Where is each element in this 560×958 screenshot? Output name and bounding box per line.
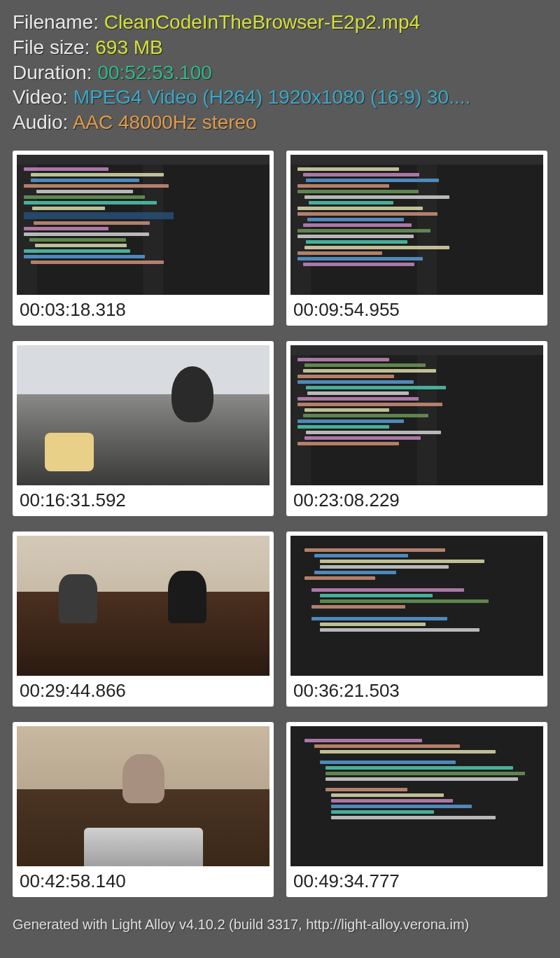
video-value: MPEG4 Video (H264) 1920x1080 (16:9) 30..…	[74, 86, 471, 108]
thumbnail-image	[290, 345, 543, 485]
thumbnail-timestamp: 00:42:58.140	[17, 866, 270, 894]
thumbnail-image	[17, 155, 270, 295]
thumbnail-timestamp: 00:36:21.503	[290, 676, 543, 704]
thumbnail-card: 00:49:34.777	[286, 722, 547, 897]
thumbnail-card: 00:29:44.866	[13, 532, 274, 707]
thumbnail-image	[17, 536, 270, 676]
audio-row: Audio: AAC 48000Hz stereo	[13, 110, 547, 135]
audio-value: AAC 48000Hz stereo	[73, 111, 257, 133]
thumbnail-card: 00:09:54.955	[286, 151, 547, 326]
filesize-value: 693 MB	[95, 36, 163, 58]
thumbnail-card: 00:36:21.503	[286, 532, 547, 707]
thumbnail-card: 00:03:18.318	[13, 151, 274, 326]
thumbnail-image	[290, 155, 543, 295]
thumbnail-card: 00:23:08.229	[286, 341, 547, 516]
thumbnail-grid: 00:03:18.318 00:09:54.955 00	[13, 151, 547, 897]
thumbnail-timestamp: 00:09:54.955	[290, 295, 543, 323]
thumbnail-card: 00:42:58.140	[13, 722, 274, 897]
thumbnail-timestamp: 00:16:31.592	[17, 485, 270, 513]
video-label: Video:	[13, 86, 74, 108]
duration-row: Duration: 00:52:53.100	[13, 60, 547, 85]
duration-value: 00:52:53.100	[97, 62, 212, 83]
filesize-label: File size:	[13, 36, 95, 58]
thumbnail-timestamp: 00:29:44.866	[17, 676, 270, 704]
filesize-row: File size: 693 MB	[13, 35, 547, 60]
duration-label: Duration:	[13, 62, 97, 83]
filename-value: CleanCodeInTheBrowser-E2p2.mp4	[104, 11, 420, 33]
video-row: Video: MPEG4 Video (H264) 1920x1080 (16:…	[13, 85, 547, 110]
thumbnail-image	[17, 726, 270, 866]
thumbnail-card: 00:16:31.592	[13, 341, 274, 516]
footer-text: Generated with Light Alloy v4.10.2 (buil…	[0, 904, 560, 933]
file-info-block: Filename: CleanCodeInTheBrowser-E2p2.mp4…	[13, 10, 547, 135]
thumbnail-image	[290, 536, 543, 676]
filename-row: Filename: CleanCodeInTheBrowser-E2p2.mp4	[13, 10, 547, 35]
thumbnail-timestamp: 00:03:18.318	[17, 295, 270, 323]
thumbnail-timestamp: 00:23:08.229	[290, 485, 543, 513]
thumbnail-image	[290, 726, 543, 866]
audio-label: Audio:	[13, 111, 73, 133]
filename-label: Filename:	[13, 11, 104, 33]
thumbnail-timestamp: 00:49:34.777	[290, 866, 543, 894]
thumbnail-image	[17, 345, 270, 485]
